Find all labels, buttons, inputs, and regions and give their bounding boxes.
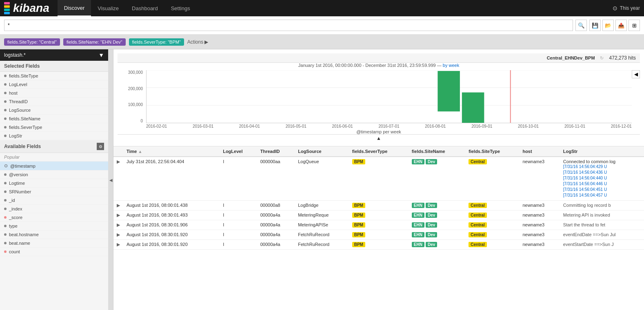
cell-threadid: 00000a4a	[257, 240, 295, 250]
cell-time: August 1st 2016, 08:30:01.920	[123, 240, 220, 250]
badge-bpm: BPM	[352, 159, 365, 164]
selected-field-host[interactable]: host	[0, 89, 108, 97]
index-pattern-dropdown[interactable]: ▼	[98, 52, 104, 58]
x-label: 2016-05-01	[286, 124, 306, 128]
filter-bar: fields.SiteType: "Central" fields.SiteNa…	[0, 35, 644, 49]
field-index[interactable]: _index	[0, 205, 108, 213]
x-label: 2016-04-01	[239, 124, 260, 128]
th-sitename[interactable]: fields.SiteName	[409, 146, 465, 157]
selected-field-logsource[interactable]: LogSource	[0, 106, 108, 115]
badge-ehn: EHN	[412, 242, 424, 247]
logstr-extra: [7/31/16 14:56:04:429 U [7/31/16 14:56:0…	[563, 164, 641, 198]
new-tab-button[interactable]: ⊞	[628, 20, 640, 31]
nav-dashboard[interactable]: Dashboard	[125, 0, 164, 16]
clock-icon: ⊙	[613, 5, 617, 11]
th-logstr[interactable]: LogStr	[560, 146, 644, 157]
log-link[interactable]: [7/31/16 14:56:04:440 U	[563, 175, 641, 181]
results-hits: 472,273 hits	[609, 55, 636, 61]
cell-time: August 1st 2016, 08:30:01.493	[123, 210, 220, 220]
available-fields-gear-button[interactable]: ⚙	[97, 143, 104, 150]
th-time[interactable]: Time ▲	[123, 146, 220, 157]
log-link[interactable]: [7/31/16 14:56:04:457 U	[563, 193, 641, 198]
row-expand-button[interactable]: ▶	[117, 242, 120, 247]
x-label: 2016-12-01	[611, 124, 632, 128]
cell-sitetype: Central	[465, 240, 519, 250]
collapse-chart-button[interactable]: ▲	[118, 134, 640, 142]
filter-sitename[interactable]: fields.SiteName: "EHN Dev"	[63, 38, 126, 46]
row-expand-button[interactable]: ▶	[117, 159, 120, 164]
share-button[interactable]: 📤	[615, 20, 627, 31]
logo-bar-yellow	[4, 5, 10, 8]
field-timestamp[interactable]: ⊙ @timestamp	[0, 162, 108, 170]
log-link[interactable]: [7/31/16 14:56:04:451 U	[563, 187, 641, 193]
row-expand-button[interactable]: ▶	[117, 232, 120, 237]
cell-severtype: BPM	[349, 220, 409, 230]
th-loglevel[interactable]: LogLevel	[220, 146, 257, 157]
th-threadid[interactable]: ThreadID	[257, 146, 295, 157]
selected-field-threadid[interactable]: ThreadID	[0, 97, 108, 106]
cell-host: newname3	[519, 240, 560, 250]
sort-icon: ▲	[138, 149, 142, 154]
filter-severtype[interactable]: fields.SeverType: "BPM"	[129, 38, 184, 46]
table-row: ▶ August 1st 2016, 08:30:01.920 I 00000a…	[113, 230, 644, 240]
nav-visualize[interactable]: Visualize	[91, 0, 125, 16]
time-button[interactable]: ⊙ This year	[613, 5, 640, 11]
field-dot-icon	[4, 182, 7, 184]
badge-bpm: BPM	[352, 213, 365, 218]
th-logsource[interactable]: LogSource	[295, 146, 349, 157]
chart-title: January 1st 2016, 00:00:00.000 - Decembe…	[298, 63, 436, 68]
chart-expand-button[interactable]: ◀	[632, 70, 640, 78]
field-beat-hostname[interactable]: beat.hostname	[0, 230, 108, 239]
sidebar-collapse-handle[interactable]: ◀	[109, 49, 113, 310]
th-sitetype[interactable]: fields.SiteType	[465, 146, 519, 157]
field-beat-name[interactable]: beat.name	[0, 239, 108, 248]
cell-host: newname3	[519, 157, 560, 201]
th-host[interactable]: host	[519, 146, 560, 157]
selected-field-sitename[interactable]: fields.SiteName	[0, 115, 108, 123]
cell-sitetype: Central	[465, 201, 519, 210]
field-label: fields.SiteName	[9, 116, 40, 121]
row-expand-button[interactable]: ▶	[117, 203, 120, 208]
nav-discover[interactable]: Discover	[58, 0, 91, 16]
nav-settings[interactable]: Settings	[164, 0, 197, 16]
filter-sitetype[interactable]: fields.SiteType: "Central"	[4, 38, 60, 46]
badge-dev: Dev	[426, 203, 437, 208]
collapse-icon: ▲	[376, 135, 381, 141]
selected-field-loglevel[interactable]: LogLevel	[0, 80, 108, 89]
svg-rect-3	[437, 71, 460, 111]
search-input[interactable]	[4, 20, 573, 31]
chart-link[interactable]: by week	[443, 63, 459, 68]
selected-field-logstr[interactable]: LogStr	[0, 132, 108, 140]
badge-ehn: EHN	[412, 213, 424, 218]
field-score[interactable]: _score	[0, 213, 108, 222]
available-fields-header: Available Fields ⚙	[0, 140, 108, 153]
top-nav: kibana Discover Visualize Dashboard Sett…	[0, 0, 644, 16]
field-version[interactable]: @version	[0, 170, 108, 179]
load-search-button[interactable]: 📂	[602, 20, 614, 31]
selected-fields-title: Selected Fields	[0, 61, 108, 72]
actions-button[interactable]: Actions ▶	[187, 39, 208, 45]
badge-dev: Dev	[426, 222, 437, 228]
badge-dev: Dev	[426, 232, 437, 237]
log-link[interactable]: [7/31/16 14:56:04:429 U	[563, 164, 641, 170]
field-logtime[interactable]: Logtime	[0, 179, 108, 188]
badge-row: EHN Dev	[412, 203, 462, 208]
th-severtype[interactable]: fields.SeverType	[349, 146, 409, 157]
field-srnumber[interactable]: SRNumber	[0, 188, 108, 196]
row-expand-button[interactable]: ▶	[117, 213, 120, 218]
selected-field-sitetype[interactable]: fields.SiteType	[0, 72, 108, 80]
save-search-button[interactable]: 💾	[589, 20, 601, 31]
field-label: @version	[9, 172, 28, 177]
cell-logsource: MeteringAPISe	[295, 220, 349, 230]
field-label: beat.hostname	[9, 232, 39, 237]
field-id[interactable]: _id	[0, 196, 108, 205]
field-count[interactable]: count	[0, 248, 108, 256]
row-expand-button[interactable]: ▶	[117, 222, 120, 228]
log-link[interactable]: [7/31/16 14:56:04:436 U	[563, 170, 641, 175]
selected-field-severtype[interactable]: fields.SeverType	[0, 123, 108, 132]
log-link[interactable]: [7/31/16 14:56:04:446 U	[563, 181, 641, 187]
field-type[interactable]: type	[0, 222, 108, 230]
search-button[interactable]: 🔍	[575, 20, 587, 31]
x-label: 2016-06-01	[332, 124, 353, 128]
field-label: host	[9, 91, 18, 95]
